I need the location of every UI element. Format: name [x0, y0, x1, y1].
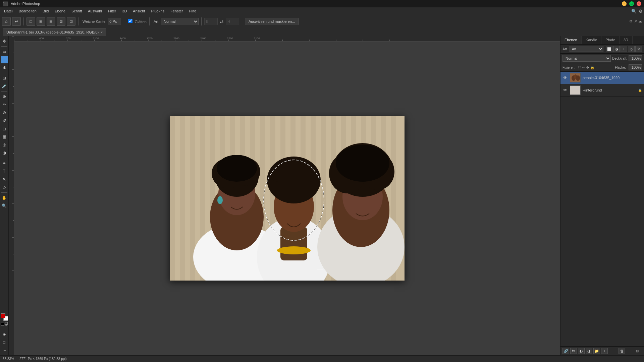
menu-auswahl[interactable]: Auswahl — [85, 8, 105, 14]
ruler-left — [9, 36, 14, 355]
eraser-tool[interactable]: ◻ — [1, 125, 8, 132]
pen-tool[interactable]: ✒ — [1, 160, 8, 167]
dodge-tool[interactable]: ◑ — [1, 149, 8, 157]
doc-tab-close[interactable]: × — [101, 31, 103, 34]
layer-item-people[interactable]: 👁 people-3104635_1920 — [560, 72, 644, 84]
extra-btn[interactable]: ⊡ — [67, 17, 75, 26]
lock-transparent-btn[interactable]: ⬚ — [578, 66, 581, 69]
menu-fenster[interactable]: Fenster — [168, 8, 185, 14]
filter-smart-btn[interactable]: ⚙ — [635, 46, 642, 52]
lock-all-btn[interactable]: 🔒 — [590, 66, 594, 69]
menu-bild[interactable]: Bild — [40, 8, 51, 14]
document-tab[interactable]: Unbenannt-1 bei 33,3% (people-3104635_19… — [3, 28, 106, 36]
text-tool[interactable]: T — [1, 168, 8, 175]
title-bar: ⬛ Adobe Photoshop − □ ✕ — [0, 0, 644, 7]
layer-visibility-people[interactable]: 👁 — [562, 75, 568, 80]
tab-ebenen[interactable]: Ebenen — [560, 36, 582, 44]
extra-tool-1[interactable]: ⋯ — [1, 347, 8, 354]
new-selection-btn[interactable]: □ — [26, 17, 35, 26]
marquee-tool[interactable]: ▭ — [1, 48, 8, 55]
feather-input[interactable] — [108, 18, 121, 25]
new-group-btn[interactable]: 📁 — [593, 348, 600, 354]
share-icon[interactable]: ↗ — [634, 19, 637, 23]
canvas-area[interactable]: 400 700 1100 1400 1700 2100 2400 2700 31… — [14, 36, 560, 355]
lock-pixels-btn[interactable]: ✏ — [582, 66, 585, 69]
home-button[interactable]: ⌂ — [2, 17, 11, 26]
fg-bg-colors — [1, 313, 8, 321]
hand-tool[interactable]: ✋ — [1, 194, 8, 201]
filter-shape-btn[interactable]: ◇ — [628, 46, 635, 52]
move-tool[interactable]: ✥ — [1, 38, 8, 45]
menu-bearbeiten[interactable]: Bearbeiten — [16, 8, 39, 14]
svg-text:2100: 2100 — [173, 37, 179, 40]
history-brush-tool[interactable]: ↺ — [1, 117, 8, 124]
svg-text:1700: 1700 — [147, 37, 153, 40]
subtract-selection-btn[interactable]: ⊟ — [47, 17, 55, 26]
swap-dimensions-btn[interactable]: ⇄ — [220, 19, 224, 24]
add-selection-btn[interactable]: ⊞ — [37, 17, 45, 26]
new-fill-layer-btn[interactable]: ◑ — [586, 348, 592, 354]
layers-filter-select[interactable]: Art — [570, 46, 603, 52]
smooth-checkbox[interactable] — [128, 19, 132, 23]
minimize-button[interactable]: − — [622, 1, 627, 6]
heal-tool[interactable]: ⊕ — [1, 93, 8, 100]
svg-point-124 — [576, 75, 580, 81]
zoom-tool[interactable]: 🔍 — [1, 202, 8, 209]
blur-tool[interactable]: ◎ — [1, 141, 8, 148]
fill-input[interactable] — [629, 64, 642, 70]
opacity-input[interactable] — [629, 55, 642, 61]
brush-tool[interactable]: ✏ — [1, 101, 8, 108]
filter-text-btn[interactable]: T — [621, 46, 627, 52]
lock-position-btn[interactable]: ✥ — [586, 66, 589, 69]
stamp-tool[interactable]: ⊙ — [1, 109, 8, 116]
layer-item-hintergrund[interactable]: 👁 Hintergrund 🔒 — [560, 84, 644, 97]
quick-mask-btn[interactable]: ◈ — [1, 330, 8, 338]
close-button[interactable]: ✕ — [637, 1, 641, 6]
layer-style-btn[interactable]: fx — [570, 348, 577, 354]
blend-mode-select[interactable]: Normal Multiplizieren Abdunkeln Aufhelle… — [562, 55, 611, 62]
magic-wand-tool[interactable]: ✱ — [1, 64, 8, 71]
eyedropper-tool[interactable]: 💉 — [1, 82, 8, 90]
shape-tool[interactable]: ◇ — [1, 184, 8, 191]
menu-3d[interactable]: 3D — [119, 8, 129, 14]
photo-canvas[interactable] — [170, 116, 405, 281]
undo-button[interactable]: ↩ — [12, 17, 21, 26]
menu-schrift[interactable]: Schrift — [69, 8, 85, 14]
gradient-tool[interactable]: ▦ — [1, 133, 8, 140]
style-select[interactable]: Normal Fester Verhältnis Feste Größe — [161, 18, 199, 25]
layer-visibility-hintergrund[interactable]: 👁 — [562, 87, 568, 93]
path-select-tool[interactable]: ↖ — [1, 176, 8, 183]
menu-datei[interactable]: Datei — [1, 8, 15, 14]
select-mask-button[interactable]: Auswählen und maskieren... — [245, 18, 299, 25]
menu-ansicht[interactable]: Ansicht — [130, 8, 148, 14]
canvas-wrapper[interactable] — [14, 42, 560, 355]
status-bar: 33,33% 2771 Px × 1869 Px (182,88 ppi) — [0, 355, 644, 362]
zoom-fit-btn[interactable]: ⊡ — [636, 349, 639, 353]
tab-3d[interactable]: 3D — [620, 36, 633, 44]
link-layers-btn[interactable]: 🔗 — [562, 348, 569, 354]
lasso-tool[interactable]: ⌒ — [1, 56, 8, 63]
adjust-icon[interactable]: ⚙ — [629, 19, 633, 23]
crop-tool[interactable]: ⊡ — [1, 74, 8, 82]
tab-pfade[interactable]: Pfade — [601, 36, 620, 44]
tab-kanaele[interactable]: Kanäle — [582, 36, 601, 44]
filter-pixel-btn[interactable]: ⬜ — [606, 46, 612, 52]
intersect-selection-btn[interactable]: ⊠ — [57, 17, 65, 26]
filter-adjust-btn[interactable]: ◑ — [613, 46, 620, 52]
menu-plugins[interactable]: Plug-ins — [148, 8, 167, 14]
screen-mode-btn[interactable]: □ — [1, 339, 8, 346]
layer-mask-btn[interactable]: ◐ — [578, 348, 585, 354]
new-layer-btn[interactable]: + — [601, 348, 608, 354]
maximize-button[interactable]: □ — [629, 1, 634, 6]
reset-colors-btn[interactable] — [1, 322, 4, 325]
menu-hilfe[interactable]: Hilfe — [186, 8, 199, 14]
cloud-icon[interactable]: ☁ — [638, 19, 642, 23]
zoom-in-btn[interactable]: + — [640, 349, 642, 353]
delete-layer-btn[interactable]: 🗑 — [619, 348, 625, 354]
switch-colors-btn[interactable]: ⇄ — [5, 322, 8, 325]
menu-filter[interactable]: Filter — [105, 8, 119, 14]
height-input[interactable] — [226, 18, 239, 25]
foreground-color-swatch[interactable] — [1, 313, 5, 318]
menu-ebene[interactable]: Ebene — [52, 8, 68, 14]
width-input[interactable] — [204, 18, 218, 25]
